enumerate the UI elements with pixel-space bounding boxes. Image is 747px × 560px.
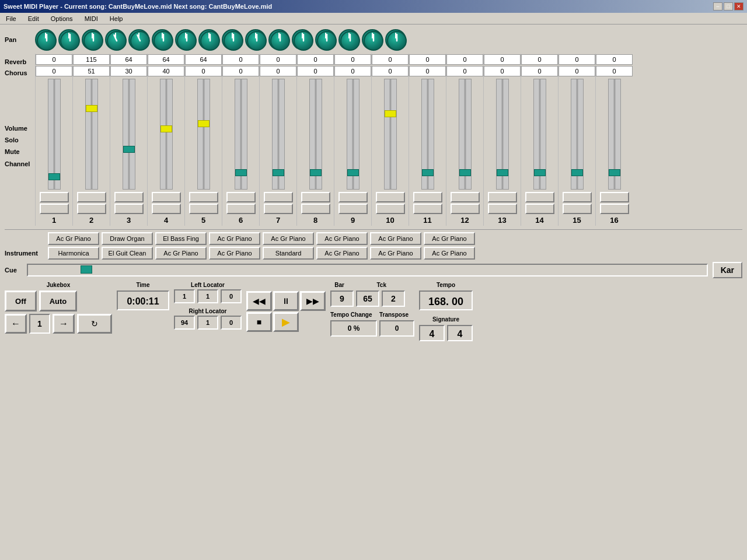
mute-7[interactable] [264,204,293,214]
mute-15[interactable] [563,204,592,214]
chorus-val-10[interactable]: 0 [372,66,409,76]
mute-3[interactable] [114,204,144,214]
solo-15[interactable] [563,192,592,202]
fader-15[interactable] [571,79,584,190]
reverb-val-15[interactable]: 0 [558,54,595,65]
reverb-val-11[interactable]: 0 [409,54,446,65]
pan-knob-1[interactable] [35,29,56,50]
instrument-row2-2[interactable]: Ac Gr Piano [155,247,207,260]
menu-help[interactable]: Help [106,15,127,23]
mute-2[interactable] [77,204,106,214]
fader-handle-13[interactable] [497,169,508,176]
fader-16[interactable] [608,79,621,190]
kar-button[interactable]: Kar [713,262,742,278]
chorus-val-2[interactable]: 51 [73,66,110,76]
chorus-val-14[interactable]: 0 [521,66,558,76]
fader-4[interactable] [160,79,173,190]
fader-8[interactable] [309,79,322,190]
chorus-val-13[interactable]: 0 [484,66,521,76]
mute-6[interactable] [226,204,256,214]
solo-10[interactable] [376,192,405,202]
pan-knob-8[interactable] [198,29,219,50]
fast-forward-button[interactable]: ▶▶ [300,291,326,311]
pan-knob-16[interactable] [385,29,406,50]
fader-handle-9[interactable] [347,169,359,176]
solo-14[interactable] [525,192,554,202]
close-button[interactable]: ✕ [734,2,743,10]
fader-handle-6[interactable] [235,169,247,176]
fader-9[interactable] [347,79,359,190]
fader-handle-8[interactable] [310,169,322,176]
fader-12[interactable] [459,79,472,190]
minimize-button[interactable]: – [713,2,722,10]
right-loc-v3[interactable]: 0 [221,316,242,330]
pan-knob-13[interactable] [315,29,336,50]
chorus-val-5[interactable]: 0 [185,66,222,76]
reverb-val-2[interactable]: 115 [73,54,110,65]
transpose-value[interactable]: 0 [379,320,414,337]
pause-button[interactable]: ⏸ [273,291,299,311]
chorus-val-7[interactable]: 0 [260,66,296,76]
instrument-row1-7[interactable]: Ac Gr Piano [424,232,475,245]
jukebox-off-button[interactable]: Off [5,290,37,312]
tempo-change-value[interactable]: 0 % [330,320,377,337]
rewind-button[interactable]: ◀◀ [246,291,272,311]
reverb-val-5[interactable]: 64 [185,54,222,65]
mute-8[interactable] [301,204,330,214]
fader-5[interactable] [197,79,210,190]
pan-knob-7[interactable] [175,29,196,50]
instrument-row2-5[interactable]: Ac Gr Piano [316,247,368,260]
fader-2[interactable] [85,79,98,190]
chorus-val-11[interactable]: 0 [409,66,446,76]
chorus-val-16[interactable]: 0 [596,66,633,76]
next-song-button[interactable]: → [53,314,75,334]
reverb-val-12[interactable]: 0 [446,54,483,65]
chorus-val-9[interactable]: 0 [334,66,371,76]
instrument-row1-0[interactable]: Ac Gr Piano [48,232,99,245]
reverb-val-8[interactable]: 0 [297,54,334,65]
reverb-val-13[interactable]: 0 [484,54,521,65]
mute-12[interactable] [451,204,480,214]
reverb-val-14[interactable]: 0 [521,54,558,65]
cue-slider-handle[interactable] [81,265,92,274]
prev-song-button[interactable]: ← [5,314,27,334]
solo-16[interactable] [600,192,629,202]
mute-10[interactable] [376,204,405,214]
instrument-row2-1[interactable]: El Guit Clean [102,247,153,260]
fader-10[interactable] [384,79,397,190]
reverb-val-1[interactable]: 0 [36,54,72,65]
solo-1[interactable] [40,192,69,202]
reverb-val-3[interactable]: 64 [110,54,147,65]
mute-5[interactable] [189,204,218,214]
mute-16[interactable] [600,204,629,214]
pan-knob-15[interactable] [362,29,383,50]
solo-7[interactable] [264,192,293,202]
mute-11[interactable] [413,204,442,214]
right-loc-v2[interactable]: 1 [197,316,218,330]
chorus-val-1[interactable]: 0 [36,66,72,76]
solo-8[interactable] [301,192,330,202]
fader-handle-1[interactable] [48,173,60,180]
instrument-row2-7[interactable]: Ac Gr Piano [424,247,475,260]
pan-knob-12[interactable] [292,29,313,50]
stop-button[interactable]: ■ [246,312,272,332]
fader-handle-16[interactable] [609,169,620,176]
mute-9[interactable] [338,204,368,214]
pan-knob-5[interactable] [128,29,149,50]
fader-handle-11[interactable] [422,169,434,176]
solo-6[interactable] [226,192,256,202]
mute-14[interactable] [525,204,554,214]
play-button[interactable]: ▶ [273,312,299,332]
solo-11[interactable] [413,192,442,202]
fader-handle-2[interactable] [86,105,97,112]
fader-handle-10[interactable] [385,110,396,117]
tempo-display[interactable]: 168. 00 [419,290,473,310]
solo-9[interactable] [338,192,368,202]
solo-12[interactable] [451,192,480,202]
fader-14[interactable] [533,79,546,190]
solo-2[interactable] [77,192,106,202]
fader-3[interactable] [123,79,135,190]
instrument-row1-3[interactable]: Ac Gr Piano [209,232,260,245]
chorus-val-12[interactable]: 0 [446,66,483,76]
reverb-val-10[interactable]: 0 [372,54,409,65]
